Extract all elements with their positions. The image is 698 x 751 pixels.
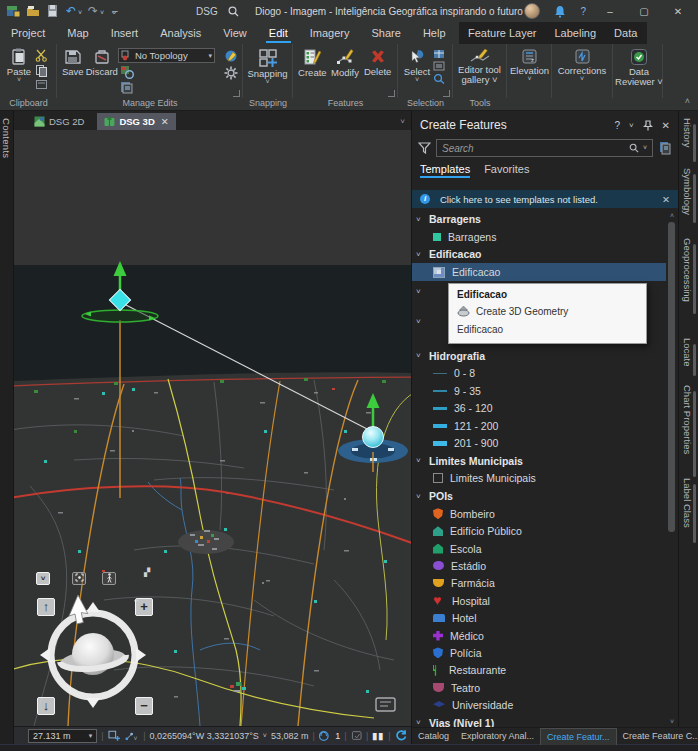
template-item-hospital[interactable]: ♥Hospital (412, 592, 666, 609)
template-group-barragens[interactable]: ˅Barragens (412, 210, 666, 228)
zoom-out-button[interactable]: − (135, 697, 153, 715)
save-project-icon[interactable] (46, 4, 60, 18)
template-group-vias-ni-vel-1[interactable]: ˅Vias (Nível 1) (412, 714, 666, 727)
template-item-esta-dio[interactable]: Estádio (412, 557, 666, 574)
ribbon-tab-analysis[interactable]: Analysis (149, 23, 212, 44)
dock-tab-symbology[interactable]: Symbology (682, 168, 693, 215)
scale-dropdown[interactable]: 27.131 m▾ (28, 729, 97, 743)
search-input[interactable]: Search ˅ (436, 139, 653, 157)
paste-button[interactable]: Paste ˅ (3, 46, 35, 98)
template-item-barragens[interactable]: Barragens (412, 228, 666, 245)
map-viewport[interactable]: ˅ ▞ ↑ + ↓ − (14, 130, 411, 726)
template-item-edifi-cio-pu-blico[interactable]: Edifício Público (412, 523, 666, 540)
template-item-36-120[interactable]: 36 - 120 (412, 400, 666, 417)
ribbon-tab-insert[interactable]: Insert (100, 23, 150, 44)
move-up-button[interactable]: ↑ (37, 598, 55, 616)
ribbon-tab-edit[interactable]: Edit (258, 23, 299, 44)
ribbon-tab-help[interactable]: Help (412, 23, 457, 44)
create-button[interactable]: Create (296, 46, 329, 98)
copy-path-icon[interactable] (35, 79, 48, 90)
template-item-bombeiro[interactable]: Bombeiro (412, 505, 666, 522)
attributes-icon[interactable] (433, 49, 445, 59)
ribbon-tab-imagery[interactable]: Imagery (299, 23, 361, 44)
ribbon-collapse-icon[interactable]: ˄ (685, 96, 690, 106)
template-item-edificacao[interactable]: Edificacao (412, 263, 666, 280)
dynamic-constraints-icon[interactable]: ˅ (124, 730, 139, 742)
template-item-0-8[interactable]: 0 - 8 (412, 365, 666, 382)
ribbon-tab-view[interactable]: View (212, 23, 258, 44)
avatar[interactable] (524, 3, 540, 19)
edit-status-icon[interactable] (224, 49, 239, 64)
close-view-icon[interactable]: ✕ (161, 116, 169, 127)
corrections-button[interactable]: Corrections ˅ (555, 46, 609, 98)
template-item-me-dico[interactable]: Médico (412, 627, 666, 644)
help-button[interactable]: ? (580, 6, 586, 17)
organize-templates-icon[interactable] (658, 141, 672, 155)
flyout-template[interactable]: Edificacao (457, 324, 638, 335)
notifications-icon[interactable] (554, 5, 566, 18)
dock-tab-history[interactable]: History (682, 118, 693, 148)
zoom-in-button[interactable]: + (135, 598, 153, 616)
select-button[interactable]: Select ˅ (401, 46, 433, 98)
zoom-to-selection-icon[interactable] (433, 73, 445, 84)
topology-dropdown[interactable]: No Topology ▾ (118, 48, 215, 63)
dock-tab-catalog[interactable]: Catalog (412, 728, 455, 745)
elevation-button[interactable]: z Elevation ˅ (510, 46, 549, 98)
list-by-edits-icon[interactable] (120, 81, 134, 94)
refresh-icon[interactable] (395, 729, 407, 742)
view-tab-dsg3d[interactable]: DSG 3D ✕ (97, 113, 175, 130)
dock-tab-exploratory-anal[interactable]: Exploratory Anal... (455, 728, 540, 745)
selection-expander[interactable] (443, 90, 450, 97)
dock-tab-create-featur[interactable]: Create Featur... (540, 728, 617, 745)
close-button[interactable]: ✕ (668, 6, 688, 17)
pane-pin-icon[interactable] (643, 120, 653, 131)
edit-options-gear-icon[interactable] (224, 66, 238, 80)
dock-tab-locate[interactable]: Locate (682, 338, 693, 367)
pause-drawing-icon[interactable]: ▮▮ (372, 731, 384, 741)
panel-tab-favorites[interactable]: Favorites (484, 163, 529, 176)
discard-edits-button[interactable]: Discard (86, 46, 118, 98)
collapse-navigator-button[interactable]: ˅ (36, 572, 50, 585)
selected-features-icon[interactable] (319, 730, 331, 742)
template-item-teatro[interactable]: Teatro (412, 679, 666, 696)
ribbon-tab-data[interactable]: Data (605, 23, 646, 44)
data-reviewer-button[interactable]: DataReviewer ˅ (616, 46, 662, 98)
dock-tab-chart-properties[interactable]: Chart Properties (682, 385, 693, 454)
modify-button[interactable]: Modify (329, 46, 362, 98)
ribbon-tab-project[interactable]: Project (0, 23, 56, 44)
template-item-farma-cia[interactable]: Farmácia (412, 575, 666, 592)
status-coordinates[interactable]: 0,0265094°W 3,3321037°S (150, 731, 259, 741)
full-control-button[interactable] (72, 572, 86, 585)
snapping-button[interactable]: Snapping ˅ (246, 46, 289, 98)
map-topology-icon[interactable] (120, 65, 134, 79)
move-down-button[interactable]: ↓ (37, 697, 55, 715)
template-item-escola[interactable]: Escola (412, 540, 666, 557)
ribbon-tab-labeling[interactable]: Labeling (545, 23, 605, 44)
template-item-limites-municipais[interactable]: Limites Municipais (412, 470, 666, 487)
clear-selection-icon[interactable] (433, 61, 445, 71)
cut-icon[interactable] (35, 49, 48, 62)
search-icon[interactable] (228, 6, 239, 17)
template-item-poli-cia[interactable]: Polícia (412, 644, 666, 661)
filter-icon[interactable] (418, 142, 431, 154)
open-project-icon[interactable] (26, 4, 40, 18)
pane-menu-chevron-icon[interactable]: ˅ (629, 121, 634, 130)
customize-qat-icon[interactable]: ⌄̶ (110, 6, 118, 16)
ribbon-tab-map[interactable]: Map (56, 23, 99, 44)
template-item-universidade[interactable]: Universidade (412, 696, 666, 713)
template-item-121-200[interactable]: 121 - 200 (412, 417, 666, 434)
pane-close-icon[interactable]: ✕ (662, 120, 670, 131)
templates-info-bar[interactable]: i Click here to see templates not listed… (412, 190, 678, 208)
dock-tab-create-feature-c[interactable]: Create Feature C... (617, 728, 698, 745)
templates-scrollbar[interactable]: ˄ ˅ (666, 210, 678, 727)
template-group-hidrografia[interactable]: ˅Hidrografia (412, 347, 666, 365)
dock-tab-geoprocessing[interactable]: Geoprocessing (682, 238, 693, 302)
ribbon-tab-feature-layer[interactable]: Feature Layer (459, 23, 545, 44)
flyout-create-3d[interactable]: Create 3D Geometry (457, 305, 638, 318)
redo-button[interactable]: ↷ ˅ (88, 4, 104, 18)
view-tab-dsg2d[interactable]: DSG 2D (27, 113, 91, 130)
maximize-button[interactable]: ▢ (634, 6, 654, 17)
dock-tab-label-class[interactable]: Label Class (682, 478, 693, 528)
template-group-edificacao[interactable]: ˅Edificacao (412, 245, 666, 263)
ribbon-tab-share[interactable]: Share (361, 23, 412, 44)
